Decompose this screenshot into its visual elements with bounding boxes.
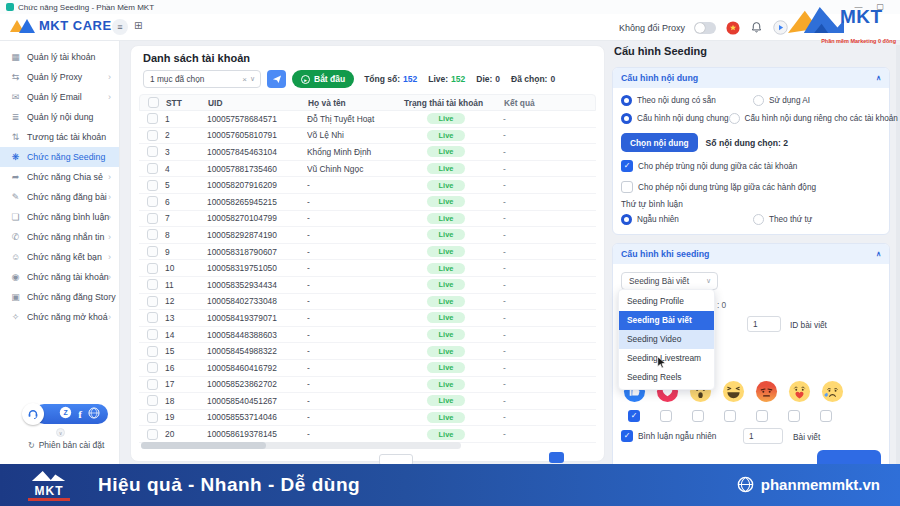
vietnam-flag-icon[interactable] — [725, 20, 740, 35]
row-checkbox[interactable] — [147, 213, 158, 224]
sidebar-item-quan-ly-proxy[interactable]: ⇆Quản lý Proxy› — [0, 67, 119, 87]
sad-reaction-icon[interactable] — [821, 380, 844, 403]
start-button[interactable]: ▸ Bắt đầu — [292, 70, 354, 88]
vertical-scrollbar[interactable] — [896, 45, 900, 464]
table-row[interactable]: 6100058265945215-Live- — [139, 194, 596, 211]
row-checkbox[interactable] — [147, 196, 158, 207]
row-checkbox[interactable] — [147, 312, 158, 323]
seeding-config-header[interactable]: Cấu hình khi seeding ∧ — [613, 244, 889, 264]
table-row[interactable]: 5100058207916209-Live- — [139, 177, 596, 194]
row-checkbox[interactable] — [147, 279, 158, 290]
sidebar-item-chuc-nang-chia-se[interactable]: ➦Chức năng Chia sẻ› — [0, 167, 119, 187]
care-reaction-icon[interactable] — [788, 380, 811, 403]
table-row[interactable]: 13100058419379071-Live- — [139, 310, 596, 327]
table-row[interactable]: 17100058523862702-Live- — [139, 377, 596, 394]
page-button[interactable] — [549, 452, 564, 463]
like-reaction-checkbox[interactable]: ✓ — [628, 410, 640, 422]
sidebar-item-chuc-nang-nhan-tin[interactable]: ✆Chức năng nhắn tin› — [0, 227, 119, 247]
panel-toggle-icon[interactable]: ⊞ — [134, 20, 142, 31]
table-row[interactable]: 19100058553714046-Live- — [139, 410, 596, 427]
row-checkbox[interactable] — [147, 113, 158, 124]
zalo-icon[interactable]: Z — [59, 405, 72, 423]
row-checkbox[interactable] — [147, 263, 158, 274]
dropdown-option[interactable]: Seeding Livestream — [619, 349, 714, 368]
angry-reaction-icon[interactable] — [755, 380, 778, 403]
clear-selection-icon[interactable]: × — [239, 75, 250, 84]
table-row[interactable]: 15100058454988322-Live- — [139, 343, 596, 360]
sad-reaction-checkbox[interactable] — [820, 410, 832, 422]
sidebar-item-tuong-tac-tai-khoan[interactable]: ⇅Tương tác tài khoản — [0, 127, 119, 147]
table-row[interactable]: 9100058318790607-Live- — [139, 244, 596, 261]
haha-reaction-checkbox[interactable] — [724, 410, 736, 422]
checkbox-duplicate-accounts[interactable]: ✓ — [621, 160, 633, 172]
globe-icon[interactable] — [88, 405, 100, 423]
row-checkbox[interactable] — [147, 362, 158, 373]
row-checkbox[interactable] — [147, 180, 158, 191]
sidebar-item-chuc-nang-ket-ban[interactable]: ☺Chức năng kết bạn› — [0, 247, 119, 267]
table-row[interactable]: 7100058270104799-Live- — [139, 211, 596, 228]
post-id-input[interactable] — [747, 316, 781, 332]
table-row[interactable]: 4100057881735460Vũ Chinh NgọcLive- — [139, 161, 596, 178]
angry-reaction-checkbox[interactable] — [756, 410, 768, 422]
radio-separate-content[interactable]: Cấu hình nội dung riêng cho các tài khoả… — [729, 113, 898, 124]
horizontal-scrollbar[interactable] — [141, 442, 461, 449]
choose-content-button[interactable]: Chọn nội dung — [621, 133, 698, 152]
select-all-checkbox[interactable] — [148, 97, 159, 108]
dropdown-option[interactable]: Seeding Bài viết — [619, 311, 714, 330]
scrollbar-thumb[interactable] — [141, 442, 266, 449]
row-checkbox[interactable] — [147, 379, 158, 390]
tutorial-play-icon[interactable] — [773, 20, 788, 35]
sidebar-item-chuc-nang-dang-bai[interactable]: ✎Chức năng đăng bài› — [0, 187, 119, 207]
sidebar-item-quan-ly-noi-dung[interactable]: ≣Quản lý nội dung — [0, 107, 119, 127]
sidebar-item-chuc-nang-mo-khoa[interactable]: ✧Chức năng mở khoá› — [0, 307, 119, 327]
table-row[interactable]: 10100058319751050-Live- — [139, 260, 596, 277]
table-row[interactable]: 20100058619378145-Live- — [139, 426, 596, 443]
version-row[interactable]: ↻ Phiên bản cài đặt — [28, 440, 104, 450]
dropdown-option[interactable]: Seeding Profile — [619, 292, 714, 311]
dropdown-option[interactable]: Seeding Reels — [619, 368, 714, 387]
proxy-toggle[interactable] — [694, 22, 716, 34]
row-checkbox[interactable] — [147, 429, 158, 440]
row-checkbox[interactable] — [147, 130, 158, 141]
sidebar-item-quan-ly-email[interactable]: ✉Quản lý Email› — [0, 87, 119, 107]
menu-collapse-button[interactable]: ≡ — [112, 19, 128, 35]
support-headset-icon[interactable] — [22, 403, 44, 425]
table-row[interactable]: 11100058352934434-Live- — [139, 277, 596, 294]
checkbox-duplicate-actions[interactable] — [621, 181, 633, 193]
selection-dropdown[interactable]: 1 mục đã chọn × ∨ — [143, 70, 261, 88]
sidebar-item-chuc-nang-seeding[interactable]: ❋Chức năng Seeding — [0, 147, 119, 167]
table-row[interactable]: 18100058540451267-Live- — [139, 393, 596, 410]
radio-use-ai[interactable]: Sử dụng AI — [753, 95, 810, 106]
table-row[interactable]: 14100058448388603-Live- — [139, 327, 596, 344]
care-reaction-checkbox[interactable] — [788, 410, 800, 422]
row-checkbox[interactable] — [147, 395, 158, 406]
table-row[interactable]: 12100058402733048-Live- — [139, 294, 596, 311]
notifications-bell-icon[interactable] — [749, 20, 764, 35]
sidebar-item-chuc-nang-dang-story[interactable]: ▣Chức năng đăng Story› — [0, 287, 119, 307]
facebook-icon[interactable]: f — [78, 408, 82, 420]
wow-reaction-checkbox[interactable] — [692, 410, 704, 422]
row-checkbox[interactable] — [147, 246, 158, 257]
radio-sequential-order[interactable]: Theo thứ tự — [753, 214, 812, 225]
row-checkbox[interactable] — [147, 346, 158, 357]
haha-reaction-icon[interactable] — [722, 380, 745, 403]
radio-existing-content[interactable]: Theo nội dung có sẵn — [621, 95, 753, 106]
radio-random-order[interactable]: Ngẫu nhiên — [621, 214, 753, 225]
collapse-handle[interactable]: ∨ — [56, 428, 65, 437]
row-checkbox[interactable] — [147, 229, 158, 240]
row-checkbox[interactable] — [147, 296, 158, 307]
radio-common-content[interactable]: Cấu hình nội dung chung — [621, 113, 729, 124]
table-row[interactable]: 8100058292874190-Live- — [139, 227, 596, 244]
row-checkbox[interactable] — [147, 146, 158, 157]
table-row[interactable]: 16100058460416792-Live- — [139, 360, 596, 377]
love-reaction-checkbox[interactable] — [660, 410, 672, 422]
send-button[interactable] — [267, 70, 286, 88]
table-row[interactable]: 1100057578684571Đỗ Thị Tuyết HoạtLive- — [139, 111, 596, 128]
row-checkbox[interactable] — [147, 329, 158, 340]
table-row[interactable]: 3100057845463104Khổng Minh ĐịnhLive- — [139, 144, 596, 161]
comment-count-input[interactable] — [743, 428, 783, 444]
sidebar-item-quan-ly-tai-khoan[interactable]: ▦Quản lý tài khoản — [0, 47, 119, 67]
dropdown-option[interactable]: Seeding Video — [619, 330, 714, 349]
content-config-header[interactable]: Cấu hình nội dung ∧ — [613, 68, 889, 88]
row-checkbox[interactable] — [147, 412, 158, 423]
